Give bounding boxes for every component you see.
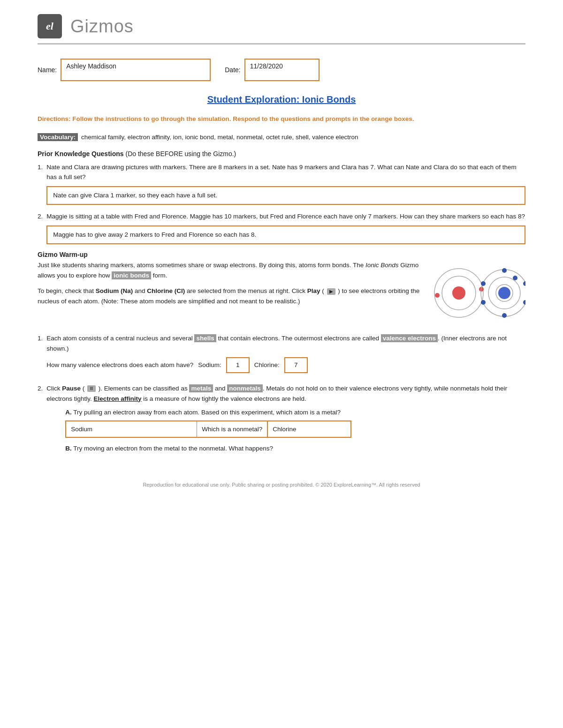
pause-bold: Pause [62,385,81,392]
q1-text: Nate and Clara are drawing pictures with… [46,162,525,182]
q2-content: Maggie is sitting at a table with Fred a… [46,211,525,244]
q2-text: Maggie is sitting at a table with Fred a… [46,211,525,222]
nonmetals-highlight: nonmetals [227,384,263,392]
q2-num: 2. [38,211,43,244]
warmup-content: Just like students sharing markers, atom… [38,260,525,326]
play-icon: ▶ [327,288,335,295]
date-value: 11/28/2020 [250,62,314,70]
wq2-num: 2. [38,383,43,459]
sub-b-question: Try moving an electron from the metal to… [73,445,273,452]
app-title: Gizmos [70,16,134,37]
name-label: Name: [38,66,57,74]
header: el Gizmos [38,14,525,45]
vocab-label: Vocabulary: [38,133,78,141]
question-1: 1. Nate and Clara are drawing pictures w… [38,162,525,205]
sub-a-label: A. [65,409,72,416]
sodium-label: Sodium: [198,360,221,370]
warmup-para1: Just like students sharing markers, atom… [38,260,422,280]
logo-icon: el [46,20,53,32]
sodium-bold: Sodium (Na) [96,287,133,294]
name-date-row: Name: Ashley Maddison Date: 11/28/2020 [38,59,525,81]
name-field-group: Name: Ashley Maddison [38,59,211,81]
nonmetal-answer-box[interactable]: Chlorine [267,420,351,438]
valence-row: How many valence electrons does each ato… [46,357,525,373]
warmup-para2: To begin, check that Sodium (Na) and Chl… [38,286,422,306]
q1-answer[interactable]: Nate can give Clara 1 marker, so they ea… [46,186,525,205]
prior-knowledge-heading: Prior Knowledge Questions (Do these BEFO… [38,150,525,158]
italic-ionic-bonds: Ionic Bonds [365,262,399,269]
warmup-heading: Gizmo Warm-up [38,251,525,258]
chlorine-valence-input[interactable]: 7 [284,357,308,373]
footer: Reproduction for educational use only. P… [38,478,525,488]
sub-question-b: B. Try moving an electron from the metal… [65,443,525,454]
metals-highlight: metals [189,384,213,392]
pause-icon: ⏸ [87,385,96,392]
q1-content: Nate and Clara are drawing pictures with… [46,162,525,205]
sub-b-text: B. Try moving an electron from the metal… [65,443,525,454]
directions-text: Directions: Follow the instructions to g… [38,114,525,124]
svg-point-13 [481,300,486,305]
chlorine-bold: Chlorine (Cl) [147,287,185,294]
sub-a-answer-row: Sodium Which is a nonmetal? Chlorine [65,420,525,438]
sub-a-question: Try pulling an electron away from each a… [73,409,341,416]
svg-point-12 [502,313,507,318]
doc-title: Student Exploration: Ionic Bonds [38,94,525,105]
logo-box: el [38,14,62,38]
sodium-valence-input[interactable]: 1 [226,357,250,373]
date-label: Date: [225,66,240,74]
wq1-content: Each atom consists of a central nucleus … [46,333,525,377]
wq1-num: 1. [38,333,43,377]
name-value: Ashley Maddison [66,62,205,70]
svg-point-11 [523,300,525,305]
q1-num: 1. [38,162,43,205]
question-2: 2. Maggie is sitting at a table with Fre… [38,211,525,244]
svg-point-10 [523,281,525,286]
vocab-terms: chemical family, electron affinity, ion,… [81,134,358,141]
wq1-text: Each atom consists of a central nucleus … [46,333,525,353]
atom-diagram [432,260,525,326]
electron-affinity-text: Electron affinity [94,395,142,402]
sub-b-label: B. [65,445,72,452]
ionic-bonds-highlight: ionic bonds [112,271,151,279]
sub-a-text: A. Try pulling an electron away from eac… [65,407,525,418]
valence-electrons-highlight: valence electrons [381,334,438,342]
valence-question-text: How many valence electrons does each ato… [46,360,193,370]
svg-point-4 [435,293,440,298]
prior-knowledge-heading-text: Prior Knowledge Questions [38,150,124,158]
date-input[interactable]: 11/28/2020 [244,59,320,81]
date-field-group: Date: 11/28/2020 [225,59,319,81]
prior-knowledge-subheading: (Do these BEFORE using the Gizmo.) [125,150,236,158]
warmup-q2: 2. Click Pause ( ⏸ ). Elements can be cl… [38,383,525,459]
q2-answer[interactable]: Maggie has to give away 2 markers to Fre… [46,225,525,244]
warmup-left: Just like students sharing markers, atom… [38,260,422,312]
vocabulary-section: Vocabulary: chemical family, electron af… [38,132,525,143]
play-bold: Play [307,287,320,294]
sub-question-a: A. Try pulling an electron away from eac… [65,407,525,438]
metal-answer-box[interactable]: Sodium [65,420,197,438]
svg-point-8 [498,287,510,299]
chlorine-label: Chlorine: [254,360,280,370]
svg-point-9 [502,268,507,273]
shells-highlight: shells [194,334,216,342]
svg-point-14 [481,281,486,286]
wq2-text: Click Pause ( ⏸ ). Elements can be class… [46,383,525,404]
nonmetal-label: Which is a nonmetal? [197,420,267,438]
name-input[interactable]: Ashley Maddison [61,59,211,81]
svg-point-2 [452,286,465,300]
wq2-content: Click Pause ( ⏸ ). Elements can be class… [46,383,525,459]
warmup-q1: 1. Each atom consists of a central nucle… [38,333,525,377]
svg-point-15 [513,276,517,280]
